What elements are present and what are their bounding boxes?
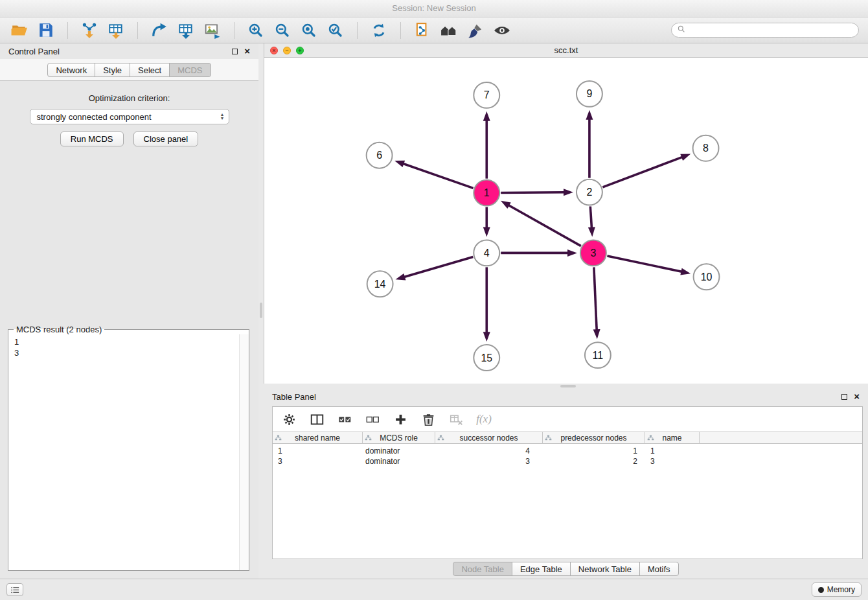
select-all-rows-icon xyxy=(338,413,352,426)
edge-arrowhead xyxy=(483,111,490,121)
edge-3-1[interactable] xyxy=(508,205,580,246)
node-2[interactable]: 2 xyxy=(577,179,602,205)
zoom-out-button[interactable] xyxy=(272,20,293,41)
node-10[interactable]: 10 xyxy=(694,264,720,290)
tab-mcds[interactable]: MCDS xyxy=(169,63,211,77)
import-network-icon xyxy=(81,22,98,39)
zoom-selected-button[interactable] xyxy=(325,20,346,41)
column-header-successor-nodes[interactable]: successor nodes xyxy=(435,432,543,443)
table-row[interactable]: 3dominator323 xyxy=(273,456,862,467)
node-9[interactable]: 9 xyxy=(577,81,602,107)
network-window-titlebar[interactable]: × − + scc.txt xyxy=(264,43,868,58)
edge-3-10[interactable] xyxy=(607,256,682,272)
show-hide-button[interactable] xyxy=(492,20,512,41)
delete-column-button[interactable] xyxy=(420,411,437,428)
delete-table-icon xyxy=(450,413,463,426)
column-header-name[interactable]: name xyxy=(645,432,700,443)
import-table-button[interactable] xyxy=(106,20,126,41)
node-1[interactable]: 1 xyxy=(474,180,499,206)
layout-brush-button[interactable] xyxy=(465,20,486,41)
node-8[interactable]: 8 xyxy=(693,135,719,161)
float-table-panel-icon[interactable] xyxy=(841,394,847,400)
edge-1-6[interactable] xyxy=(402,163,473,188)
show-hide-icon xyxy=(494,22,510,39)
close-panel-icon[interactable]: × xyxy=(244,47,250,55)
horizontal-splitter[interactable] xyxy=(264,384,868,389)
tab-edge-table[interactable]: Edge Table xyxy=(512,562,571,576)
table-cell: 3 xyxy=(435,457,543,466)
window-titlebar[interactable]: Session: New Session xyxy=(0,0,868,17)
column-header-filler xyxy=(700,432,862,443)
run-mcds-button[interactable]: Run MCDS xyxy=(60,132,124,146)
save-session-button[interactable] xyxy=(36,20,56,41)
select-all-rows-button[interactable] xyxy=(336,411,353,428)
column-header-mcds-role[interactable]: MCDS role xyxy=(363,432,435,443)
node-4[interactable]: 4 xyxy=(474,240,499,266)
tab-motifs[interactable]: Motifs xyxy=(639,562,679,576)
first-neighbors-button[interactable] xyxy=(439,20,459,41)
criterion-select[interactable]: strongly connected component ▲▼ xyxy=(30,109,229,124)
column-tree-icon xyxy=(545,435,552,442)
edge-4-14[interactable] xyxy=(404,257,473,277)
add-column-icon xyxy=(394,413,407,426)
node-14[interactable]: 14 xyxy=(367,271,393,297)
edge-3-11[interactable] xyxy=(594,267,597,330)
table-cell: dominator xyxy=(363,457,435,466)
search-input[interactable] xyxy=(689,25,853,35)
node-6[interactable]: 6 xyxy=(367,143,393,168)
open-session-button[interactable] xyxy=(9,20,30,41)
node-15[interactable]: 15 xyxy=(474,345,499,371)
deselect-all-rows-icon xyxy=(366,413,380,426)
export-network-button[interactable] xyxy=(149,20,170,41)
tab-select[interactable]: Select xyxy=(130,63,170,77)
function-builder-button: f(x) xyxy=(475,411,492,428)
table-cell: 2 xyxy=(543,457,645,466)
result-scrollbar[interactable] xyxy=(239,334,249,570)
vertical-splitter[interactable] xyxy=(258,43,264,579)
tab-network[interactable]: Network xyxy=(47,63,95,77)
node-7[interactable]: 7 xyxy=(474,82,499,108)
add-column-button[interactable] xyxy=(392,411,409,428)
deselect-all-rows-button[interactable] xyxy=(364,411,381,428)
close-table-panel-icon[interactable]: × xyxy=(854,393,860,400)
network-snapshot-button[interactable] xyxy=(412,20,433,41)
export-table-button[interactable] xyxy=(176,20,196,41)
table-cell: dominator xyxy=(363,446,435,456)
column-header-predecessor-nodes[interactable]: predecessor nodes xyxy=(543,432,645,443)
zoom-fit-button[interactable] xyxy=(299,20,319,41)
panel-chooser-button[interactable] xyxy=(6,583,23,596)
float-panel-icon[interactable] xyxy=(232,49,238,54)
edge-1-2[interactable] xyxy=(501,192,565,193)
refresh-layout-button[interactable] xyxy=(369,20,389,41)
zoom-in-button[interactable] xyxy=(246,20,266,41)
import-network-button[interactable] xyxy=(79,20,100,41)
edge-2-8[interactable] xyxy=(602,157,683,187)
column-header-shared-name[interactable]: shared name xyxy=(273,432,363,443)
network-window-title: scc.txt xyxy=(554,45,578,55)
zoom-window-button[interactable]: + xyxy=(296,47,304,54)
node-11[interactable]: 11 xyxy=(585,342,611,368)
node-3[interactable]: 3 xyxy=(580,240,606,266)
mcds-result-item: 1 xyxy=(14,336,243,347)
status-bar: Memory xyxy=(0,579,868,600)
tab-network-table[interactable]: Network Table xyxy=(570,562,640,576)
close-panel-button[interactable]: Close panel xyxy=(133,132,199,146)
svg-text:11: 11 xyxy=(593,350,604,361)
column-tree-icon xyxy=(437,435,444,442)
search-box[interactable] xyxy=(671,23,859,38)
minimize-window-button[interactable]: − xyxy=(283,47,291,54)
import-table-icon xyxy=(108,22,124,39)
table-settings-button[interactable] xyxy=(280,411,297,428)
memory-button[interactable]: Memory xyxy=(812,583,862,597)
table-row[interactable]: 1dominator411 xyxy=(273,446,862,456)
edge-2-3[interactable] xyxy=(590,206,591,228)
network-canvas[interactable]: 7968124310141511 xyxy=(264,58,868,384)
close-window-button[interactable]: × xyxy=(270,47,278,54)
tab-style[interactable]: Style xyxy=(95,63,130,77)
mcds-result-title: MCDS result (2 nodes) xyxy=(14,325,104,334)
mcds-result-list[interactable]: 13 xyxy=(8,334,249,360)
network-graph[interactable]: 7968124310141511 xyxy=(264,58,868,384)
column-visibility-button[interactable] xyxy=(308,411,325,428)
tab-node-table[interactable]: Node Table xyxy=(453,562,512,576)
export-image-button[interactable] xyxy=(202,20,223,41)
